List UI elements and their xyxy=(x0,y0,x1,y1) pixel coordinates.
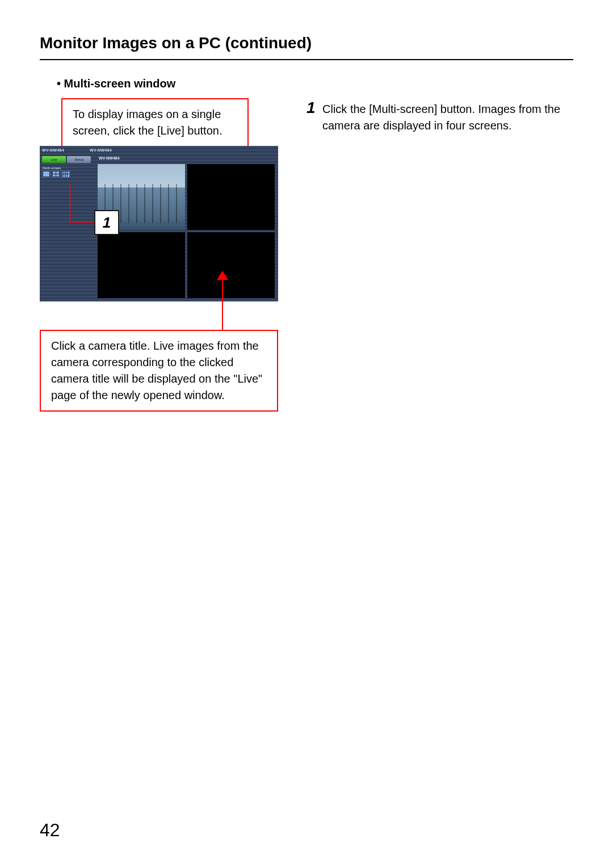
annotation-line-step-v xyxy=(69,183,70,223)
setup-button[interactable]: Setup xyxy=(67,156,91,163)
screenshot-wrap: WV-NW484 WV-NW484 WV-NW484 Live Setup Mu… xyxy=(40,146,278,301)
column-right: 1 Click the [Multi-screen] button. Image… xyxy=(306,77,573,412)
annotation-line-step xyxy=(69,221,94,223)
step-item: 1 Click the [Multi-screen] button. Image… xyxy=(306,101,573,134)
multiscreen-icons xyxy=(42,170,91,178)
model-label-left: WV-NW484 xyxy=(42,148,64,152)
page-number: 42 xyxy=(40,820,60,841)
step-number: 1 xyxy=(306,100,319,134)
multiscreen-icon-4[interactable] xyxy=(52,170,60,178)
columns: • Multi-screen window To display images … xyxy=(40,77,573,412)
multiscreen-label: Multi-screen xyxy=(43,166,91,170)
screenshot-topbar: WV-NW484 WV-NW484 xyxy=(40,146,278,154)
callout-camera-title: Click a camera title. Live images from t… xyxy=(40,330,278,412)
camera-cell-4[interactable] xyxy=(187,232,275,298)
screenshot-sidebar: Live Setup Multi-screen xyxy=(42,156,91,178)
screenshot-grid xyxy=(98,164,275,298)
step-text: Click the [Multi-screen] button. Images … xyxy=(322,101,573,134)
step-chip: 1 xyxy=(94,210,119,235)
camera-cell-2[interactable] xyxy=(187,164,275,230)
annotation-arrowhead xyxy=(217,271,228,280)
multiscreen-icon-1[interactable] xyxy=(42,170,51,178)
callout-live-button: To display images on a single screen, cl… xyxy=(61,98,249,147)
bullet-heading: • Multi-screen window xyxy=(57,77,175,90)
page: Monitor Images on a PC (continued) • Mul… xyxy=(0,0,613,868)
multiscreen-icon-16[interactable] xyxy=(61,170,70,178)
column-left: • Multi-screen window To display images … xyxy=(40,77,284,412)
camera-title-label[interactable]: WV-NW484 xyxy=(99,156,120,160)
screenshot: WV-NW484 WV-NW484 WV-NW484 Live Setup Mu… xyxy=(40,146,278,301)
annotation-line-bottom xyxy=(222,280,223,330)
screenshot-button-row: Live Setup xyxy=(42,156,91,163)
camera-cell-3[interactable] xyxy=(98,232,185,298)
live-button[interactable]: Live xyxy=(42,156,66,163)
title-rule xyxy=(40,59,573,60)
page-title: Monitor Images on a PC (continued) xyxy=(40,34,573,52)
model-label-right: WV-NW484 xyxy=(90,148,112,152)
